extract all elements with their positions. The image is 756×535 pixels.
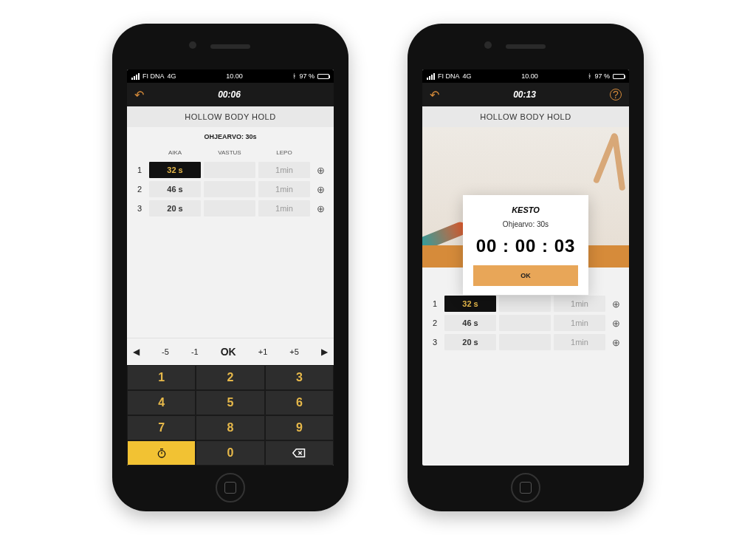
cell-resist[interactable] <box>499 296 551 312</box>
signal-icon <box>427 73 435 80</box>
status-bar: FI DNA 4G 10.00 ᚼ 97 % <box>127 69 334 83</box>
cell-time[interactable]: 46 s <box>444 315 496 331</box>
chevron-left-icon[interactable]: ◀ <box>133 347 140 357</box>
phone-left: FI DNA 4G 10.00 ᚼ 97 % ↶ 00:06 HOLLOW BO… <box>112 24 348 511</box>
add-set-icon[interactable]: ⊕ <box>608 318 623 329</box>
row-index: 1 <box>133 166 146 174</box>
step-bar: ◀ -5 -1 OK +1 +5 ▶ <box>127 338 334 365</box>
nav-bar: ↶ 00:06 <box>127 83 334 106</box>
set-table: 1 32 s 1min ⊕ 2 46 s 1min ⊕ 3 20 s 1min … <box>422 290 629 352</box>
keypad: 1 2 3 4 5 6 7 8 9 0 <box>127 365 334 466</box>
home-button[interactable] <box>216 473 245 502</box>
minus5-button[interactable]: -5 <box>162 347 169 356</box>
table-row: 1 32 s 1min ⊕ <box>428 294 623 313</box>
cell-rest[interactable]: 1min <box>258 162 310 178</box>
battery-label: 97 % <box>299 72 315 80</box>
modal-time: 00 : 00 : 03 <box>473 236 578 256</box>
clock-label: 10.00 <box>226 72 243 80</box>
row-index: 2 <box>133 185 146 194</box>
row-index: 3 <box>428 338 441 347</box>
nav-bar: ↶ 00:13 ? <box>422 83 629 106</box>
exercise-title: HOLLOW BODY HOLD <box>422 106 629 127</box>
set-table: AIKA VASTUS LEPO 1 32 s 1min ⊕ 2 46 s 1m… <box>127 146 334 218</box>
table-row: 2 46 s 1min ⊕ <box>133 180 328 199</box>
modal-ok-button[interactable]: OK <box>473 265 578 286</box>
table-header: AIKA VASTUS LEPO <box>133 146 328 160</box>
cell-resist[interactable] <box>204 181 255 197</box>
backspace-icon <box>292 448 306 458</box>
plus5-button[interactable]: +5 <box>289 347 299 356</box>
battery-icon <box>613 74 625 79</box>
modal-target: Ohjearvo: 30s <box>473 220 578 228</box>
col-aika: AIKA <box>149 149 201 156</box>
key-2[interactable]: 2 <box>196 365 264 390</box>
plus1-button[interactable]: +1 <box>258 347 268 356</box>
minus1-button[interactable]: -1 <box>191 347 199 356</box>
key-3[interactable]: 3 <box>265 365 334 390</box>
key-timer[interactable] <box>127 440 196 466</box>
cell-resist[interactable] <box>204 162 255 178</box>
network-label: 4G <box>168 72 176 80</box>
cell-rest[interactable]: 1min <box>554 334 605 350</box>
col-vastus: VASTUS <box>204 149 255 156</box>
row-index: 3 <box>133 204 146 213</box>
key-6[interactable]: 6 <box>265 390 334 415</box>
add-set-icon[interactable]: ⊕ <box>313 203 328 214</box>
cell-rest[interactable]: 1min <box>258 200 310 217</box>
network-label: 4G <box>463 72 472 80</box>
add-set-icon[interactable]: ⊕ <box>313 184 328 195</box>
home-button[interactable] <box>511 473 540 502</box>
key-5[interactable]: 5 <box>196 390 264 415</box>
cell-time[interactable]: 32 s <box>444 296 496 312</box>
cell-resist[interactable] <box>204 200 255 217</box>
back-icon[interactable]: ↶ <box>430 88 439 102</box>
add-set-icon[interactable]: ⊕ <box>313 165 328 176</box>
exercise-title: HOLLOW BODY HOLD <box>127 106 334 127</box>
timer-label: 00:13 <box>513 89 536 100</box>
key-1[interactable]: 1 <box>127 365 196 390</box>
table-row: 3 20 s 1min ⊕ <box>133 199 328 218</box>
back-icon[interactable]: ↶ <box>134 88 144 102</box>
target-label: OHJEARVO: 30s <box>127 127 334 146</box>
key-0[interactable]: 0 <box>196 440 264 466</box>
bluetooth-icon: ᚼ <box>588 72 591 80</box>
status-bar: FI DNA 4G 10.00 ᚼ 97 % <box>422 69 629 83</box>
screen-left: FI DNA 4G 10.00 ᚼ 97 % ↶ 00:06 HOLLOW BO… <box>127 69 334 466</box>
phone-right: FI DNA 4G 10.00 ᚼ 97 % ↶ 00:13 ? HOLLOW … <box>408 24 644 511</box>
key-8[interactable]: 8 <box>196 415 264 440</box>
carrier-label: FI DNA <box>438 72 460 80</box>
cell-time[interactable]: 46 s <box>149 181 201 197</box>
bluetooth-icon: ᚼ <box>292 72 296 80</box>
add-set-icon[interactable]: ⊕ <box>608 299 623 310</box>
cell-time[interactable]: 20 s <box>149 200 201 217</box>
carrier-label: FI DNA <box>142 72 165 80</box>
cell-time[interactable]: 20 s <box>444 334 496 350</box>
key-9[interactable]: 9 <box>265 415 334 440</box>
cell-resist[interactable] <box>499 315 551 331</box>
chevron-right-icon[interactable]: ▶ <box>321 347 328 357</box>
col-lepo: LEPO <box>258 149 310 156</box>
cell-rest[interactable]: 1min <box>554 315 605 331</box>
ok-button[interactable]: OK <box>221 346 236 358</box>
modal-title: KESTO <box>473 205 578 214</box>
help-icon[interactable]: ? <box>610 89 622 100</box>
cell-time[interactable]: 32 s <box>149 162 201 178</box>
battery-icon <box>317 74 329 79</box>
key-4[interactable]: 4 <box>127 390 196 415</box>
cell-resist[interactable] <box>499 334 551 350</box>
cell-rest[interactable]: 1min <box>554 296 605 312</box>
timer-label: 00:06 <box>218 89 241 100</box>
table-row: 3 20 s 1min ⊕ <box>428 333 623 352</box>
battery-label: 97 % <box>594 72 610 80</box>
stopwatch-icon <box>156 447 168 459</box>
svg-point-0 <box>158 451 165 457</box>
cell-rest[interactable]: 1min <box>258 181 310 197</box>
key-backspace[interactable] <box>265 440 334 466</box>
table-row: 2 46 s 1min ⊕ <box>428 313 623 333</box>
row-index: 1 <box>428 299 441 308</box>
duration-modal: KESTO Ohjearvo: 30s 00 : 00 : 03 OK <box>463 195 588 295</box>
key-7[interactable]: 7 <box>127 415 196 440</box>
signal-icon <box>131 73 140 80</box>
clock-label: 10.00 <box>521 72 538 80</box>
add-set-icon[interactable]: ⊕ <box>608 337 623 348</box>
